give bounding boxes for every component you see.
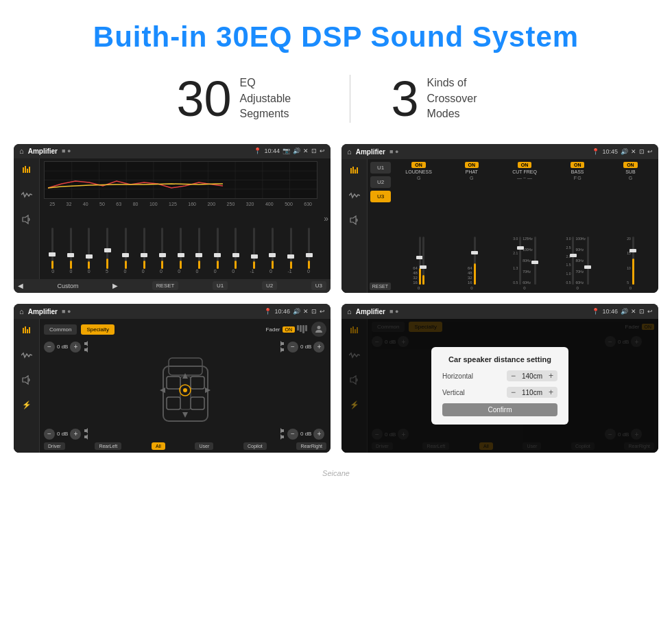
cross-preset-btns: U1 U2 U3 RESET [370, 162, 391, 290]
eq-slider-0[interactable] [51, 228, 53, 269]
screen1-eq: ⌂ Amplifier ■ ● 📍 10:44 📷 🔊 ✕ ⊡ ↩ [14, 144, 331, 293]
user-btn[interactable]: User [195, 442, 213, 450]
phat-on[interactable]: ON [465, 162, 479, 168]
driver-btn[interactable]: Driver [44, 442, 65, 450]
back-icon2[interactable]: ↩ [647, 148, 653, 155]
page-title: Buith-in 30EQ DSP Sound System [0, 0, 672, 67]
right-vol-controls: − 0 dB + − 0 d [277, 341, 326, 440]
left-vol-top: − 0 dB + [44, 341, 93, 353]
horizontal-plus[interactable]: + [549, 372, 553, 380]
left-vol-controls: − 0 dB + − 0 d [44, 341, 93, 440]
eq-slider-11[interactable] [253, 228, 255, 269]
eq-slider-1[interactable] [70, 228, 72, 269]
expand-icon2[interactable]: ⊡ [639, 148, 645, 155]
bass-on[interactable]: ON [571, 162, 585, 168]
screen3-top-controls: Common Specialty Fader ON [44, 322, 326, 337]
u1-preset[interactable]: U1 [370, 162, 391, 174]
bluetooth-icon3[interactable]: ⚡ [19, 397, 34, 412]
car-diagram-area [96, 341, 274, 440]
right-top-plus[interactable]: + [313, 342, 324, 353]
speaker-icon[interactable] [19, 212, 34, 227]
waveform-icon3[interactable] [19, 348, 34, 363]
u3-btn[interactable]: U3 [311, 281, 326, 290]
svg-rect-19 [355, 169, 356, 174]
u1-btn[interactable]: U1 [213, 281, 228, 290]
close-icon[interactable]: ✕ [303, 147, 309, 154]
cutfreq-on[interactable]: ON [518, 162, 532, 168]
home-icon3[interactable]: ⌂ [19, 307, 24, 315]
home-icon4[interactable]: ⌂ [347, 307, 352, 315]
expand-icon4[interactable]: ⊡ [639, 308, 645, 315]
common-btn[interactable]: Common [44, 324, 77, 335]
expand-icon[interactable]: ⊡ [311, 147, 317, 154]
loudness-on[interactable]: ON [411, 162, 426, 168]
screen2-title: Amplifier [356, 148, 385, 156]
eq-slider-7[interactable] [180, 228, 182, 269]
eq-slider-4[interactable] [125, 228, 127, 269]
right-vol-bottom: − 0 dB + [277, 428, 326, 440]
eq-slider-13[interactable] [290, 228, 292, 269]
specialty-btn[interactable]: Specialty [81, 324, 114, 335]
dialog-title: Car speaker distance setting [442, 355, 557, 363]
cross-reset-btn[interactable]: RESET [370, 283, 391, 290]
rear-right-btn[interactable]: RearRight [296, 442, 326, 450]
volume-icon3: 🔊 [293, 308, 300, 315]
horizontal-minus[interactable]: − [511, 372, 516, 380]
eq-icon2[interactable] [347, 163, 362, 178]
vertical-minus[interactable]: − [511, 388, 516, 396]
all-btn[interactable]: All [152, 442, 165, 450]
rear-left-btn[interactable]: RearLeft [95, 442, 121, 450]
left-bot-minus[interactable]: − [44, 429, 55, 440]
eq-icon[interactable] [19, 163, 34, 178]
u2-preset[interactable]: U2 [370, 176, 391, 188]
eq-slider-2[interactable] [88, 228, 90, 269]
cross-channels: ON LOUDNESS G 64 48 32 16 [394, 162, 656, 290]
fader-on-badge[interactable]: ON [283, 326, 296, 333]
left-top-vol-val: 0 dB [57, 344, 68, 350]
eq-slider-10[interactable] [235, 228, 237, 269]
eq-slider-8[interactable] [198, 228, 200, 269]
eq-slider-6[interactable] [161, 228, 163, 269]
horizontal-input[interactable]: − 140cm + [507, 370, 557, 381]
next-btn[interactable]: ▶ [112, 282, 118, 289]
close-icon2[interactable]: ✕ [631, 148, 636, 155]
close-icon4[interactable]: ✕ [631, 308, 636, 315]
eq-slider-14[interactable] [308, 228, 310, 269]
u2-btn[interactable]: U2 [262, 281, 277, 290]
waveform-icon2[interactable] [347, 188, 362, 203]
right-bot-minus[interactable]: − [287, 429, 298, 440]
eq-slider-5[interactable] [143, 228, 145, 269]
speaker-icon2[interactable] [347, 213, 362, 228]
prev-btn[interactable]: ◀ [18, 282, 23, 289]
waveform-icon[interactable] [19, 187, 34, 202]
vertical-input[interactable]: − 110cm + [507, 387, 557, 398]
vertical-plus[interactable]: + [549, 388, 553, 396]
screen3-bottom-btns: Driver RearLeft All User Copilot RearRig… [44, 442, 326, 450]
eq-icon3[interactable] [19, 323, 34, 338]
right-top-minus[interactable]: − [287, 342, 298, 353]
eq-slider-3[interactable] [106, 228, 108, 269]
volume-icon: 🔊 [293, 147, 300, 154]
reset-btn[interactable]: RESET [152, 281, 179, 290]
right-bot-plus[interactable]: + [313, 429, 324, 440]
copilot-btn[interactable]: Copilot [243, 442, 267, 450]
home-icon2[interactable]: ⌂ [347, 147, 352, 156]
eq-slider-9[interactable] [217, 228, 219, 269]
eq-slider-12[interactable] [272, 228, 274, 269]
u3-preset[interactable]: U3 [370, 191, 391, 202]
back-icon[interactable]: ↩ [320, 147, 325, 154]
home-icon[interactable]: ⌂ [19, 147, 24, 155]
back-icon4[interactable]: ↩ [647, 308, 653, 315]
speaker-icon3[interactable] [19, 372, 34, 387]
expand-icon3[interactable]: ⊡ [311, 308, 317, 315]
svg-rect-2 [27, 169, 28, 173]
sub-on[interactable]: ON [623, 162, 638, 168]
left-top-plus[interactable]: + [70, 342, 81, 353]
confirm-button[interactable]: Confirm [442, 403, 557, 416]
screen1-left-controls [14, 158, 40, 279]
left-top-minus[interactable]: − [44, 342, 55, 353]
close-icon3[interactable]: ✕ [303, 308, 309, 315]
eq-expand-btn[interactable]: » [322, 158, 331, 279]
back-icon3[interactable]: ↩ [320, 308, 325, 315]
left-bot-plus[interactable]: + [70, 429, 81, 440]
